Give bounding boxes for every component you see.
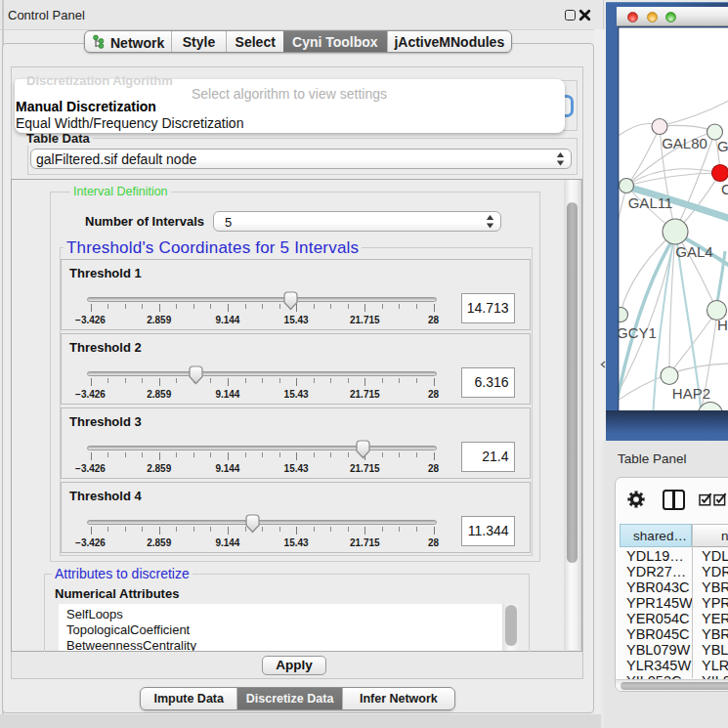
svg-text:H: H: [717, 317, 728, 333]
svg-text:HAP2: HAP2: [672, 385, 710, 402]
svg-text:C: C: [721, 181, 728, 197]
svg-text:GCY1: GCY1: [618, 324, 657, 341]
svg-text:GAL80: GAL80: [662, 135, 707, 151]
svg-text:GAL4: GAL4: [675, 243, 712, 260]
svg-text:GAL11: GAL11: [628, 194, 673, 211]
svg-text:GAL80: GAL80: [717, 138, 728, 154]
